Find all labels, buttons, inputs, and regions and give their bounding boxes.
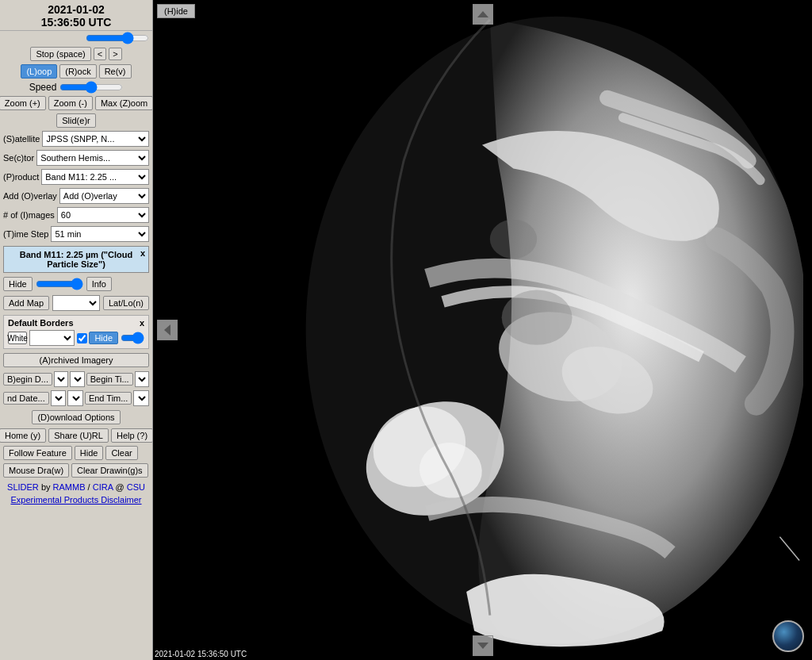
frame-slider[interactable] bbox=[86, 33, 149, 44]
svg-marker-0 bbox=[477, 11, 488, 17]
speed-label: Speed bbox=[29, 82, 57, 93]
timestep-row: (T)ime Step 51 min bbox=[0, 224, 152, 244]
svg-point-12 bbox=[490, 220, 537, 259]
band-info-text: Band M11: 2.25 µm ("Cloud Particle Size"… bbox=[20, 250, 132, 269]
product-select[interactable]: Band M11: 2.25 ... bbox=[41, 169, 149, 185]
nav-down-button[interactable] bbox=[473, 635, 493, 656]
rammb-link[interactable]: RAMMB bbox=[53, 482, 86, 492]
timestep-label: (T)ime Step bbox=[3, 229, 48, 239]
sidebar: 2021-01-02 15:36:50 UTC Stop (space) < >… bbox=[0, 0, 153, 660]
datetime-header: 2021-01-02 15:36:50 UTC bbox=[0, 0, 152, 31]
bottom-timestamp: 2021-01-02 15:36:50 UTC bbox=[153, 648, 248, 660]
band-close-btn[interactable]: x bbox=[140, 248, 145, 258]
sector-row: Se(c)tor Southern Hemis... bbox=[0, 148, 152, 167]
borders-close-btn[interactable]: x bbox=[140, 318, 144, 328]
prev-button[interactable]: < bbox=[94, 48, 106, 60]
zoom-in-button[interactable]: Zoom (+) bbox=[0, 96, 46, 110]
borders-hide-label: Hide bbox=[77, 332, 118, 344]
borders-box: Default Borders x White Hide bbox=[3, 315, 149, 349]
download-button[interactable]: (D)ownload Options bbox=[32, 410, 120, 424]
next-button[interactable]: > bbox=[109, 48, 121, 60]
info-button[interactable]: Info bbox=[86, 277, 112, 291]
share-button[interactable]: Share (U)RL bbox=[48, 428, 109, 443]
help-button[interactable]: Help (?) bbox=[111, 428, 153, 443]
archived-row: (A)rchived Imagery bbox=[0, 351, 152, 370]
satellite-label: (S)atellite bbox=[3, 134, 40, 144]
begin-date-row: B)egin D... Begin Ti... bbox=[0, 370, 152, 389]
feature-hide-button[interactable]: Hide bbox=[75, 446, 104, 460]
zoom-out-button[interactable]: Zoom (-) bbox=[48, 96, 93, 110]
main-view: (H)ide bbox=[153, 0, 812, 660]
draw-row: Mouse Dra(w) Clear Drawin(g)s bbox=[0, 462, 152, 479]
clear-drawings-button[interactable]: Clear Drawin(g)s bbox=[71, 463, 148, 478]
satellite-select[interactable]: JPSS (SNPP, N... bbox=[42, 131, 149, 147]
clear-button[interactable]: Clear bbox=[105, 446, 137, 460]
mouse-draw-button[interactable]: Mouse Dra(w) bbox=[3, 463, 69, 478]
begin-extra-select[interactable] bbox=[70, 371, 84, 387]
archived-button[interactable]: (A)rchived Imagery bbox=[3, 353, 149, 367]
slider-button[interactable]: Slid(e)r bbox=[56, 113, 95, 128]
map-latlng-row: Add Map Lat/Lo(n) bbox=[0, 293, 152, 313]
speed-slider[interactable] bbox=[59, 82, 123, 93]
end-date-select[interactable] bbox=[51, 390, 67, 406]
product-label: (P)roduct bbox=[3, 172, 39, 182]
time-line: 15:36:50 UTC bbox=[2, 16, 151, 29]
begin-time-select[interactable] bbox=[135, 371, 149, 387]
home-share-help-row: Home (y) Share (U)RL Help (?) bbox=[0, 427, 152, 444]
satellite-row: (S)atellite JPSS (SNPP, N... bbox=[0, 129, 152, 148]
overlay-row: Add (O)verlay Add (O)verlay bbox=[0, 186, 152, 205]
max-zoom-button[interactable]: Max (Z)oom bbox=[95, 96, 153, 110]
begin-time-btn[interactable]: Begin Ti... bbox=[86, 373, 133, 386]
home-button[interactable]: Home (y) bbox=[0, 428, 46, 443]
stop-button[interactable]: Stop (space) bbox=[30, 47, 90, 61]
sector-select[interactable]: Southern Hemis... bbox=[36, 150, 149, 166]
loop-controls: (L)oop (R)ock Re(v) bbox=[0, 63, 152, 80]
images-row: # of (I)mages 60 bbox=[0, 205, 152, 224]
borders-hide-checkbox[interactable] bbox=[77, 333, 87, 343]
nav-left-button[interactable] bbox=[157, 320, 178, 340]
begin-date-select[interactable] bbox=[54, 371, 68, 387]
rock-button[interactable]: (R)ock bbox=[59, 64, 96, 79]
hide-info-row: Hide Info bbox=[0, 275, 152, 293]
borders-color-label: White bbox=[7, 334, 28, 343]
timestep-select[interactable]: 51 min bbox=[51, 226, 149, 242]
borders-hide-button[interactable]: Hide bbox=[89, 332, 118, 344]
experimental-link[interactable]: Experimental Products Disclaimer bbox=[3, 495, 149, 505]
follow-feature-button[interactable]: Follow Feature bbox=[3, 446, 72, 460]
latlng-button[interactable]: Lat/Lo(n) bbox=[103, 296, 149, 310]
images-label: # of (I)mages bbox=[3, 210, 55, 220]
globe-icon bbox=[772, 620, 804, 652]
loop-button[interactable]: (L)oop bbox=[21, 64, 57, 79]
borders-title-row: Default Borders x bbox=[8, 318, 144, 328]
overlay-label: Add (O)verlay bbox=[3, 191, 57, 201]
borders-title: Default Borders bbox=[8, 318, 74, 328]
csu-link[interactable]: CSU bbox=[127, 482, 145, 492]
hide-panel-button[interactable]: (H)ide bbox=[157, 4, 195, 18]
product-row: (P)roduct Band M11: 2.25 ... bbox=[0, 167, 152, 186]
borders-color-swatch[interactable]: White bbox=[8, 332, 27, 344]
footer-links: SLIDER by RAMMB / CIRA @ CSU bbox=[0, 479, 152, 493]
experimental-disclaimer: Experimental Products Disclaimer bbox=[0, 493, 152, 509]
footer-slider-link[interactable]: SLIDER bbox=[7, 482, 41, 492]
rev-button[interactable]: Re(v) bbox=[99, 64, 132, 79]
add-map-button[interactable]: Add Map bbox=[3, 296, 49, 310]
end-time-btn[interactable]: End Tim... bbox=[85, 392, 132, 405]
begin-date-btn[interactable]: B)egin D... bbox=[3, 373, 52, 386]
borders-opacity-slider[interactable] bbox=[121, 332, 144, 343]
hide-button[interactable]: Hide bbox=[3, 277, 33, 291]
end-extra-select[interactable] bbox=[67, 390, 83, 406]
band-info-box: x Band M11: 2.25 µm ("Cloud Particle Siz… bbox=[3, 246, 149, 273]
opacity-slider[interactable] bbox=[36, 278, 83, 290]
svg-marker-2 bbox=[164, 324, 170, 336]
map-select[interactable] bbox=[52, 295, 100, 311]
nav-up-button[interactable] bbox=[473, 4, 493, 25]
end-time-select[interactable] bbox=[133, 390, 149, 406]
end-date-btn[interactable]: nd Date... bbox=[3, 392, 49, 405]
borders-controls: White Hide bbox=[8, 330, 144, 346]
follow-row: Follow Feature Hide Clear bbox=[0, 444, 152, 462]
overlay-select[interactable]: Add (O)verlay bbox=[59, 188, 149, 204]
images-select[interactable]: 60 bbox=[57, 207, 149, 223]
borders-color-select[interactable] bbox=[29, 330, 75, 346]
satellite-image bbox=[153, 0, 803, 660]
cira-link[interactable]: CIRA bbox=[93, 482, 113, 492]
